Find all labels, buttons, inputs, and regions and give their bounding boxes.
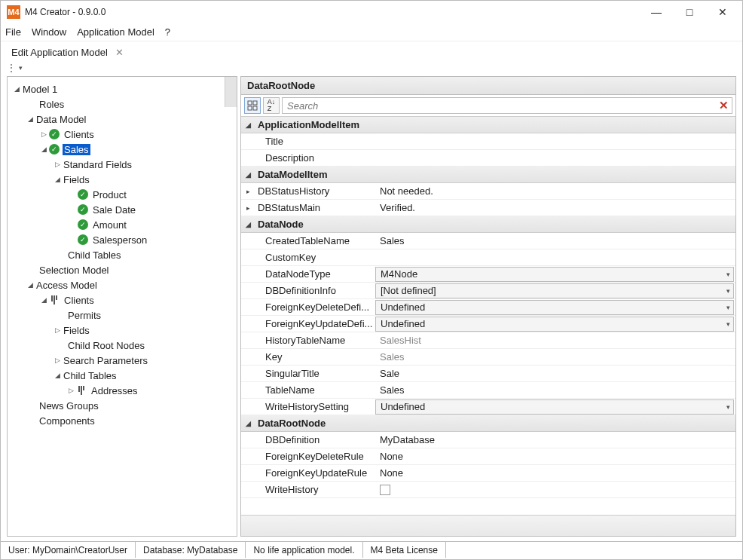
expander-icon[interactable]: ▸ (241, 188, 255, 195)
tree-node-search-parameters[interactable]: ▷Search Parameters (9, 353, 235, 368)
tree-node-child-tables[interactable]: Child Tables (9, 247, 235, 262)
tree-node-data-model[interactable]: ◢ Data Model (9, 112, 235, 127)
prop-fk-update-rule[interactable]: ForeignKeyUpdateRuleNone (241, 465, 735, 482)
menu-file[interactable]: File (5, 26, 21, 38)
expander-icon[interactable]: ◢ (53, 176, 62, 183)
clear-search-icon[interactable]: ✕ (715, 99, 732, 112)
prop-value[interactable]: MyDatabase (375, 434, 735, 445)
expander-icon[interactable]: ◢ (39, 145, 48, 153)
prop-value-combo[interactable]: [Not defined]▾ (375, 283, 734, 298)
minimize-button[interactable]: — (640, 2, 673, 23)
expander-icon[interactable]: ▸ (241, 204, 255, 212)
prop-value[interactable]: Sales (375, 384, 735, 396)
group-application-model-item[interactable]: ◢ApplicationModelItem (241, 117, 735, 133)
prop-write-history[interactable]: WriteHistory (241, 482, 735, 498)
prop-key[interactable]: KeySales (241, 349, 735, 366)
prop-singular-title[interactable]: SingularTitleSale (241, 366, 735, 382)
prop-db-definition[interactable]: DBDefinitionMyDatabase (241, 432, 735, 448)
tree-node-access-model[interactable]: ◢ Access Model (9, 277, 235, 292)
expander-icon[interactable]: ◢ (26, 115, 35, 123)
tab-edit-application-model[interactable]: Edit Application Model ✕ (8, 45, 127, 60)
search-input[interactable] (283, 100, 715, 112)
tree-node-model[interactable]: ◢ Model 1 (9, 81, 235, 96)
expander-icon[interactable]: ◢ (241, 121, 255, 129)
prop-value[interactable]: Sales (375, 351, 735, 363)
property-grid[interactable]: ◢ApplicationModelItem Title Description … (241, 117, 735, 515)
tree-node-roles[interactable]: Roles (9, 96, 235, 112)
expander-icon[interactable]: ▷ (53, 161, 62, 168)
expander-icon[interactable]: ◢ (26, 281, 35, 289)
tree-node-product[interactable]: ✓ Product (9, 187, 235, 202)
sort-alpha-button[interactable]: A↓Z (263, 97, 280, 114)
prop-value[interactable]: Verified. (375, 202, 735, 213)
tab-close-icon[interactable]: ✕ (115, 47, 124, 58)
tree-node-sales[interactable]: ◢ ✓ Sales (9, 142, 235, 157)
tree-node-standard-fields[interactable]: ▷ Standard Fields (9, 157, 235, 172)
expander-icon[interactable]: ◢ (53, 372, 62, 379)
tree-node-am-child-tables[interactable]: ◢Child Tables (9, 368, 235, 383)
prop-description[interactable]: Description (241, 150, 735, 167)
expander-icon[interactable]: ◢ (241, 171, 255, 179)
expander-icon[interactable]: ◢ (12, 85, 21, 93)
group-data-model-item[interactable]: ◢DataModelItem (241, 167, 735, 183)
chevron-down-icon[interactable]: ▾ (726, 403, 730, 411)
prop-value[interactable]: None (375, 467, 735, 479)
prop-table-name[interactable]: TableNameSales (241, 382, 735, 399)
prop-value[interactable] (375, 485, 735, 495)
tree-node-sale-date[interactable]: ✓ Sale Date (9, 202, 235, 217)
tree-node-selection-model[interactable]: Selection Model (9, 262, 235, 277)
expander-icon[interactable]: ◢ (241, 420, 255, 427)
tree-node-components[interactable]: Components (9, 413, 235, 428)
tree-node-salesperson[interactable]: ✓ Salesperson (9, 232, 235, 247)
prop-db-definition-info[interactable]: DBDefinitionInfo[Not defined]▾ (241, 283, 735, 299)
tree-node-amount[interactable]: ✓ Amount (9, 217, 235, 232)
tree-node-clients[interactable]: ▷ ✓ Clients (9, 127, 235, 142)
prop-history-table-name[interactable]: HistoryTableNameSalesHist (241, 332, 735, 349)
prop-value[interactable]: Not needed. (375, 185, 735, 197)
tree-node-am-clients[interactable]: ◢ Clients (9, 292, 235, 308)
expander-icon[interactable]: ◢ (241, 221, 255, 228)
prop-value[interactable]: Sales (375, 235, 735, 246)
scrollbar-thumb[interactable] (225, 77, 237, 107)
menu-help[interactable]: ? (165, 26, 170, 38)
chevron-down-icon[interactable]: ▾ (726, 287, 730, 295)
tree-pane[interactable]: ◢ Model 1 Roles ◢ Data Model ▷ ✓ Clients… (7, 76, 237, 537)
menu-application-model[interactable]: Application Model (77, 26, 154, 38)
prop-value[interactable]: None (375, 451, 735, 462)
expander-icon[interactable]: ▷ (53, 357, 62, 364)
tree-node-addresses[interactable]: ▷ Addresses (9, 383, 235, 398)
close-button[interactable]: ✕ (706, 2, 739, 23)
prop-title[interactable]: Title (241, 133, 735, 150)
tree-node-news-groups[interactable]: News Groups (9, 398, 235, 413)
group-data-root-node[interactable]: ◢DataRootNode (241, 415, 735, 432)
menu-window[interactable]: Window (32, 26, 66, 38)
prop-write-history-setting[interactable]: WriteHistorySettingUndefined▾ (241, 399, 735, 415)
expander-icon[interactable]: ▷ (66, 387, 75, 394)
group-data-node[interactable]: ◢DataNode (241, 216, 735, 233)
chevron-down-icon[interactable]: ▾ (726, 320, 730, 328)
chevron-down-icon[interactable]: ▾ (726, 271, 730, 278)
expander-icon[interactable]: ▷ (53, 326, 62, 334)
prop-value-combo[interactable]: Undefined▾ (375, 399, 734, 415)
tree-node-fields[interactable]: ◢ Fields (9, 172, 235, 187)
prop-created-table-name[interactable]: CreatedTableNameSales (241, 233, 735, 249)
prop-fk-update-definition[interactable]: ForeignKeyUpdateDefi...Undefined▾ (241, 316, 735, 332)
toolbar-handle-icon[interactable] (7, 63, 16, 73)
prop-value[interactable]: Sale (375, 368, 735, 379)
tree-node-am-fields[interactable]: ▷Fields (9, 323, 235, 338)
prop-fk-delete-rule[interactable]: ForeignKeyDeleteRuleNone (241, 448, 735, 465)
checkbox[interactable] (380, 485, 390, 495)
prop-custom-key[interactable]: CustomKey (241, 249, 735, 266)
toolbar-dropdown-icon[interactable]: ▾ (19, 64, 23, 72)
prop-db-status-history[interactable]: ▸DBStatusHistoryNot needed. (241, 183, 735, 200)
property-search[interactable]: ✕ (282, 97, 732, 114)
expander-icon[interactable]: ◢ (39, 296, 48, 304)
prop-value[interactable]: SalesHist (375, 335, 735, 346)
maximize-button[interactable]: □ (673, 2, 706, 23)
prop-value-combo[interactable]: Undefined▾ (375, 317, 734, 332)
tree-node-permits[interactable]: Permits (9, 308, 235, 323)
prop-db-status-main[interactable]: ▸DBStatusMainVerified. (241, 200, 735, 216)
tree-node-child-root-nodes[interactable]: Child Root Nodes (9, 338, 235, 353)
prop-fk-delete-definition[interactable]: ForeignKeyDeleteDefi...Undefined▾ (241, 299, 735, 316)
prop-data-node-type[interactable]: DataNodeTypeM4Node▾ (241, 266, 735, 283)
